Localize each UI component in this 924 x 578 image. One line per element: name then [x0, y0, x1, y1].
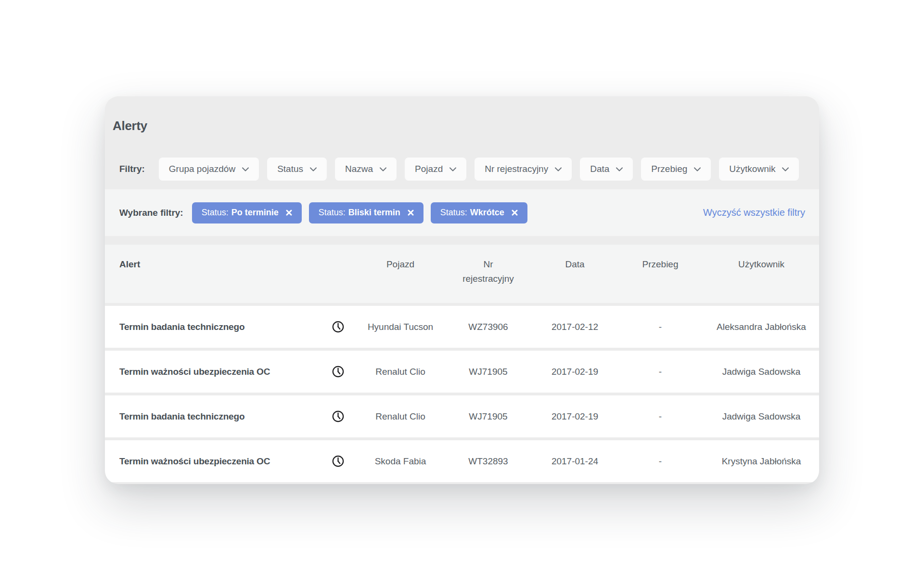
selected-filters-label: Wybrane filtry: [119, 208, 183, 218]
filter-dropdown-nr-rejestracyjny[interactable]: Nr rejestracyjny [475, 158, 572, 181]
plate-cell: WZ73906 [444, 322, 533, 332]
date-cell: 2017-02-19 [533, 411, 617, 422]
column-header-data: Data [533, 257, 617, 272]
selected-filter-chip-po-terminie[interactable]: Status: Po terminie [192, 202, 302, 223]
chevron-down-icon [555, 167, 562, 171]
column-header-nr-rejestracyjny: Nr rejestracyjny [444, 257, 533, 286]
mileage-cell: - [617, 411, 704, 422]
alert-type-cell [319, 365, 357, 378]
column-header-alert: Alert [105, 257, 319, 272]
selected-filters-band: Wybrane filtry: Status: Po terminie Stat… [105, 189, 819, 236]
page-title: Alerty [113, 118, 819, 134]
alerts-card: Alerty Filtry: Grupa pojazdów Status Naz… [105, 96, 819, 484]
filter-dropdown-label: Nazwa [345, 164, 373, 174]
remove-filter-x-icon[interactable] [286, 210, 292, 216]
mileage-cell: - [617, 322, 704, 332]
filter-dropdown-grupa-pojazdow[interactable]: Grupa pojazdów [159, 158, 259, 181]
filter-dropdown-label: Pojazd [415, 164, 443, 174]
clock-icon [332, 455, 345, 468]
alert-name: Termin badania technicznego [105, 411, 319, 422]
column-header-pojazd: Pojazd [357, 257, 444, 272]
column-header-uzytkownik: Użytkownik [704, 257, 819, 272]
clock-icon [332, 320, 345, 333]
chip-prefix: Status: [202, 208, 229, 218]
plate-cell: WJ71905 [444, 411, 533, 422]
chevron-down-icon [449, 167, 456, 171]
vehicle-cell: Renalut Clio [357, 367, 444, 377]
alert-name: Termin ważności ubezpieczenia OC [105, 456, 319, 467]
user-cell: Jadwiga Sadowska [704, 367, 819, 377]
clear-all-filters-link[interactable]: Wyczyść wszystkie filtry [703, 207, 805, 218]
chevron-down-icon [782, 167, 789, 171]
clock-icon [332, 365, 345, 378]
chip-value: Po terminie [231, 208, 279, 218]
filters-row: Filtry: Grupa pojazdów Status Nazwa Poja… [119, 158, 819, 181]
filter-dropdown-label: Grupa pojazdów [169, 164, 235, 174]
mileage-cell: - [617, 456, 704, 467]
filter-dropdown-label: Użytkownik [729, 164, 775, 174]
alert-type-cell [319, 455, 357, 468]
chevron-down-icon [380, 167, 386, 171]
filters-label: Filtry: [119, 164, 145, 174]
alert-name: Termin badania technicznego [105, 322, 319, 332]
user-cell: Jadwiga Sadowska [704, 411, 819, 422]
chevron-down-icon [616, 167, 623, 171]
filter-dropdown-przebieg[interactable]: Przebieg [641, 158, 711, 181]
date-cell: 2017-02-19 [533, 367, 617, 377]
selected-filter-chip-bliski-termin[interactable]: Status: Bliski termin [309, 202, 424, 223]
date-cell: 2017-01-24 [533, 456, 617, 467]
column-header-przebieg: Przebieg [617, 257, 704, 272]
chip-prefix: Status: [440, 208, 467, 218]
clock-icon [332, 410, 345, 423]
plate-cell: WJ71905 [444, 367, 533, 377]
table-header-row: Alert Pojazd Nr rejestracyjny Data Przeb… [105, 245, 819, 303]
table-row[interactable]: Termin ważności ubezpieczenia OC Renalut… [105, 351, 819, 393]
selected-filter-chip-wkrotce[interactable]: Status: Wkrótce [431, 202, 527, 223]
date-cell: 2017-02-12 [533, 322, 617, 332]
alert-type-cell [319, 410, 357, 423]
vehicle-cell: Hyundai Tucson [357, 322, 444, 332]
user-cell: Krystyna Jabłońska [704, 456, 819, 467]
alert-name: Termin ważności ubezpieczenia OC [105, 367, 319, 377]
mileage-cell: - [617, 367, 704, 377]
vehicle-cell: Renalut Clio [357, 411, 444, 422]
vehicle-cell: Skoda Fabia [357, 456, 444, 467]
filter-dropdown-label: Status [277, 164, 303, 174]
chip-prefix: Status: [319, 208, 346, 218]
filter-dropdown-label: Przebieg [651, 164, 687, 174]
filter-dropdown-data[interactable]: Data [580, 158, 633, 181]
filter-dropdown-uzytkownik[interactable]: Użytkownik [719, 158, 799, 181]
chevron-down-icon [310, 167, 317, 171]
filter-dropdown-status[interactable]: Status [267, 158, 327, 181]
filter-dropdown-pojazd[interactable]: Pojazd [405, 158, 466, 181]
plate-cell: WT32893 [444, 456, 533, 467]
remove-filter-x-icon[interactable] [512, 210, 518, 216]
alert-type-cell [319, 320, 357, 333]
user-cell: Aleksandra Jabłońska [704, 322, 819, 332]
chip-value: Bliski termin [348, 208, 400, 218]
chevron-down-icon [242, 167, 249, 171]
filter-dropdown-label: Data [590, 164, 609, 174]
chip-value: Wkrótce [470, 208, 504, 218]
filter-dropdown-label: Nr rejestracyjny [485, 164, 548, 174]
filter-dropdown-nazwa[interactable]: Nazwa [335, 158, 397, 181]
chevron-down-icon [694, 167, 701, 171]
table-row[interactable]: Termin badania technicznego Hyundai Tucs… [105, 306, 819, 348]
table-row[interactable]: Termin ważności ubezpieczenia OC Skoda F… [105, 440, 819, 482]
table-row[interactable]: Termin badania technicznego Renalut Clio… [105, 395, 819, 437]
remove-filter-x-icon[interactable] [408, 210, 414, 216]
